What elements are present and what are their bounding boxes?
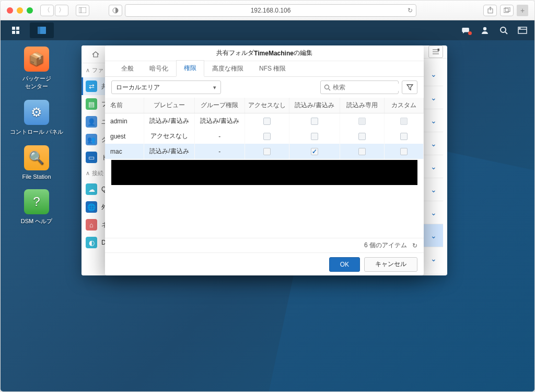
reader-mode-icon[interactable]	[109, 5, 122, 16]
desktop-icon-label: コントロール パネル	[10, 128, 63, 136]
cell-preview: 読込み/書込み	[144, 144, 194, 159]
checkbox[interactable]	[263, 133, 271, 140]
desktop-icon-dsm-help[interactable]: ? DSM ヘルプ	[8, 189, 65, 225]
col-read-only[interactable]: 読込み専用	[340, 98, 385, 113]
tab-advanced-permissions[interactable]: 高度な権限	[204, 61, 251, 76]
checkbox[interactable]	[400, 133, 408, 140]
svg-line-24	[329, 89, 330, 90]
col-preview[interactable]: プレビュー	[144, 98, 194, 113]
widgets-icon[interactable]	[514, 22, 531, 38]
desktop-icon-file-station[interactable]: 🔍 File Station	[8, 145, 65, 180]
cell-read-write	[289, 113, 340, 129]
search-icon[interactable]	[495, 22, 513, 38]
zoom-window-icon[interactable]	[27, 7, 33, 14]
col-read-write[interactable]: 読込み/書込み	[289, 98, 340, 113]
checkbox[interactable]	[311, 118, 318, 125]
chevron-down-icon[interactable]: ⌄	[431, 186, 437, 194]
col-name[interactable]: 名前	[105, 98, 144, 113]
col-group-permission[interactable]: グループ権限	[194, 98, 245, 113]
desktop-icon-control-panel[interactable]: ⚙ コントロール パネル	[8, 100, 65, 136]
search-input[interactable]	[320, 80, 399, 94]
ok-button[interactable]: OK	[329, 257, 360, 272]
cell-no-access	[245, 144, 289, 159]
chevron-down-icon[interactable]: ⌄	[431, 163, 437, 171]
checkbox-checked[interactable]	[311, 148, 318, 155]
svg-rect-22	[438, 49, 439, 51]
close-window-icon[interactable]	[7, 7, 13, 14]
checkbox[interactable]	[400, 148, 408, 155]
control-panel-icon: ⚙	[24, 100, 49, 125]
edit-shared-folder-dialog: 共有フォルダ TimeMachine の編集 全般 暗号化 権限 高度な権限 N…	[105, 45, 424, 275]
svg-point-14	[501, 27, 506, 32]
redacted-area	[111, 160, 417, 185]
dsm-taskbar	[1, 20, 534, 40]
checkbox[interactable]	[358, 133, 366, 140]
svg-rect-9	[12, 31, 15, 34]
address-bar[interactable]: 192.168.0.106 ↻	[125, 4, 416, 17]
chevron-down-icon[interactable]: ⌄	[431, 94, 437, 102]
cell-no-access	[245, 129, 289, 144]
chevron-down-icon[interactable]: ⌄	[431, 255, 437, 263]
checkbox-disabled	[358, 118, 366, 125]
back-button[interactable]: 〈	[40, 5, 54, 16]
checkbox-disabled	[400, 118, 408, 125]
reload-icon[interactable]: ↻	[412, 242, 417, 249]
chevron-down-icon[interactable]: ⌄	[431, 232, 437, 240]
package-center-icon: 📦	[24, 47, 49, 72]
list-mode-button[interactable]	[428, 45, 443, 58]
cell-group-permission: -	[194, 144, 245, 159]
file-station-icon: 🔍	[24, 145, 49, 170]
col-no-access[interactable]: アクセスなし	[245, 98, 289, 113]
chevron-down-icon[interactable]: ⌄	[431, 70, 437, 78]
new-tab-button[interactable]: +	[517, 5, 528, 16]
chevron-down-icon[interactable]: ⌄	[431, 140, 437, 148]
item-count-label: 6 個のアイテム	[364, 241, 407, 250]
chevron-down-icon[interactable]: ⌄	[431, 117, 437, 125]
cell-group-permission: -	[194, 129, 245, 144]
search-icon	[324, 84, 331, 91]
cell-preview: アクセスなし	[144, 129, 194, 144]
cell-read-write	[289, 129, 340, 144]
tabs-overview-button[interactable]	[500, 5, 514, 16]
svg-point-13	[483, 27, 486, 30]
table-row[interactable]: guestアクセスなし-	[105, 129, 424, 144]
tab-general[interactable]: 全般	[113, 61, 142, 76]
tab-nfs-permissions[interactable]: NFS 権限	[251, 61, 294, 76]
main-menu-button[interactable]	[4, 22, 28, 38]
cell-no-access	[245, 113, 289, 129]
forward-button[interactable]: 〉	[55, 5, 68, 16]
cell-name: admin	[105, 113, 144, 129]
user-menu-icon[interactable]	[476, 22, 494, 38]
cell-read-only	[340, 113, 385, 129]
svg-rect-8	[16, 27, 19, 30]
checkbox[interactable]	[311, 133, 318, 140]
cell-name: guest	[105, 129, 144, 144]
browser-titlebar: 〈 〉 192.168.0.106 ↻ +	[1, 1, 534, 20]
svg-rect-7	[12, 27, 15, 30]
filter-button[interactable]	[402, 80, 417, 94]
user-scope-dropdown[interactable]: ローカルエリア	[111, 80, 221, 94]
notifications-icon[interactable]	[457, 22, 475, 38]
table-row[interactable]: mac読込み/書込み-	[105, 144, 424, 159]
desktop-icon-package-center[interactable]: 📦 パッケージ センター	[8, 47, 65, 90]
taskbar-app-control-panel[interactable]	[30, 22, 54, 38]
tab-permissions[interactable]: 権限	[176, 60, 204, 77]
svg-marker-25	[407, 85, 413, 90]
tab-encryption[interactable]: 暗号化	[142, 61, 176, 76]
notification-badge	[468, 31, 472, 35]
cancel-button[interactable]: キャンセル	[364, 257, 417, 272]
reload-icon[interactable]: ↻	[408, 7, 413, 14]
checkbox[interactable]	[263, 118, 271, 125]
cell-preview: 読込み/書込み	[144, 113, 194, 129]
cell-group-permission: 読込み/書込み	[194, 113, 245, 129]
minimize-window-icon[interactable]	[17, 7, 23, 14]
checkbox[interactable]	[263, 148, 271, 155]
share-button[interactable]	[483, 5, 497, 16]
sidebar-toggle-button[interactable]	[76, 5, 89, 16]
col-custom[interactable]: カスタム	[385, 98, 424, 113]
chevron-down-icon[interactable]: ⌄	[431, 209, 437, 217]
reload-icon[interactable]: ↻	[431, 274, 442, 275]
svg-rect-6	[505, 7, 510, 11]
checkbox[interactable]	[358, 148, 366, 155]
table-row[interactable]: admin読込み/書込み読込み/書込み	[105, 113, 424, 129]
